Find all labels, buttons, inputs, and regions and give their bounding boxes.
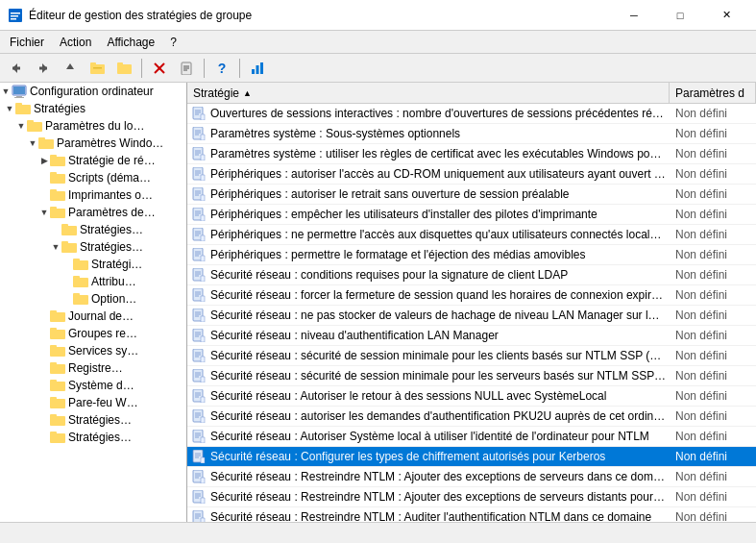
list-row[interactable]: Sécurité réseau : Restreindre NTLM : Ajo… bbox=[187, 467, 756, 487]
svg-rect-50 bbox=[73, 293, 80, 297]
list-row[interactable]: Périphériques : empêcher les utilisateur… bbox=[187, 205, 756, 225]
list-row[interactable]: Périphériques : permettre le formatage e… bbox=[187, 245, 756, 265]
policy-label: Sécurité réseau : sécurité de session mi… bbox=[210, 369, 666, 383]
menu-fichier[interactable]: Fichier bbox=[4, 34, 50, 51]
tree-item-journal[interactable]: ▶ Journal de… bbox=[0, 308, 186, 325]
cell-strategy: Paramètres système : Sous-systèmes optio… bbox=[187, 124, 670, 143]
list-row[interactable]: Périphériques : ne permettre l'accès aux… bbox=[187, 225, 756, 245]
list-row[interactable]: Périphériques : autoriser l'accès au CD-… bbox=[187, 164, 756, 185]
col-header-params[interactable]: Paramètres d bbox=[670, 83, 756, 103]
list-row[interactable]: Sécurité réseau : sécurité de session mi… bbox=[187, 366, 756, 386]
policy-icon bbox=[191, 328, 207, 343]
list-row[interactable]: Paramètres système : utiliser les règles… bbox=[187, 144, 756, 164]
tree-item-imprimantes[interactable]: ▶ Imprimantes o… bbox=[0, 186, 186, 204]
folder-button-1[interactable] bbox=[85, 57, 110, 80]
col-header-strategy[interactable]: Stratégie ▲ bbox=[187, 83, 670, 103]
list-row[interactable]: Sécurité réseau : autoriser les demandes… bbox=[187, 407, 756, 427]
list-row[interactable]: Ouvertures de sessions interactives : no… bbox=[187, 104, 756, 124]
menu-help[interactable]: ? bbox=[164, 34, 183, 51]
tree-item-groupes[interactable]: ▶ Groupes re… bbox=[0, 325, 186, 342]
policy-label: Périphériques : empêcher les utilisateur… bbox=[210, 208, 597, 221]
tree-item-systeme[interactable]: ▶ Système d… bbox=[0, 377, 186, 394]
list-row[interactable]: Paramètres système : Sous-systèmes optio… bbox=[187, 124, 756, 144]
cell-strategy: Périphériques : permettre le formatage e… bbox=[187, 245, 670, 264]
list-row[interactable]: Sécurité réseau : niveau d'authentificat… bbox=[187, 326, 756, 346]
maximize-button[interactable]: □ bbox=[658, 2, 702, 29]
list-row[interactable]: Sécurité réseau : conditions requises po… bbox=[187, 265, 756, 285]
tree-toggle-8[interactable]: ▼ bbox=[38, 208, 50, 217]
tree-toggle-5[interactable]: ▶ bbox=[38, 156, 50, 165]
tree-toggle-10[interactable]: ▼ bbox=[50, 242, 61, 252]
policy-label: Sécurité réseau : Configurer les types d… bbox=[210, 450, 605, 463]
tree-item-strat-res[interactable]: ▶ Stratégie de ré… bbox=[0, 152, 186, 169]
tree-item-params-log[interactable]: ▼ Paramètres du lo… bbox=[0, 117, 186, 135]
list-row[interactable]: Sécurité réseau : Configurer les types d… bbox=[187, 447, 756, 467]
back-button[interactable] bbox=[4, 57, 29, 80]
svg-rect-32 bbox=[38, 137, 45, 141]
help-button[interactable]: ? bbox=[209, 57, 234, 80]
tree-item-params-windows[interactable]: ▼ Paramètres Windo… bbox=[0, 135, 186, 152]
list-row[interactable]: Sécurité réseau : forcer la fermeture de… bbox=[187, 285, 756, 306]
cell-strategy: Périphériques : ne permettre l'accès aux… bbox=[187, 225, 670, 244]
cell-strategy: Sécurité réseau : Restreindre NTLM : Ajo… bbox=[187, 487, 670, 506]
tree-label-3: Paramètres du lo… bbox=[45, 119, 144, 133]
left-pane[interactable]: ▼ Configuration ordinateur ▼ Stratégies bbox=[0, 83, 187, 522]
folder-button-2[interactable] bbox=[111, 57, 136, 80]
tree-toggle-3[interactable]: ▼ bbox=[15, 121, 27, 131]
tree-item-strat-10[interactable]: ▼ Stratégies… bbox=[0, 238, 186, 256]
tree-item-strat-9[interactable]: ▶ Stratégies… bbox=[0, 221, 186, 238]
policy-label: Périphériques : autoriser le retrait san… bbox=[210, 187, 570, 201]
tree-item-services[interactable]: ▶ Services sy… bbox=[0, 342, 186, 359]
tree-item-strat-13[interactable]: ▶ Option… bbox=[0, 290, 186, 308]
tree-item-scripts[interactable]: ▶ Scripts (déma… bbox=[0, 169, 186, 186]
list-row[interactable]: Sécurité réseau : Autoriser Système loca… bbox=[187, 427, 756, 447]
custom-icon bbox=[251, 62, 264, 75]
tree-label-12: Attribu… bbox=[91, 275, 136, 288]
tree-label-19: Pare-feu W… bbox=[68, 396, 138, 409]
tree-item-pare-feu[interactable]: ▶ Pare-feu W… bbox=[0, 394, 186, 411]
cell-param: Non défini bbox=[670, 407, 756, 425]
window-controls: ─ □ ✕ bbox=[612, 2, 748, 29]
list-row[interactable]: Périphériques : autoriser le retrait san… bbox=[187, 185, 756, 205]
cell-strategy: Sécurité réseau : forcer la fermeture de… bbox=[187, 285, 670, 305]
tree-item-strat-11[interactable]: ▶ Stratégi… bbox=[0, 256, 186, 273]
folder-icon-tree-9 bbox=[61, 222, 77, 237]
forward-button[interactable] bbox=[31, 57, 56, 80]
cell-param: Non défini bbox=[670, 165, 756, 183]
tree-item-strategies[interactable]: ▼ Stratégies bbox=[0, 100, 186, 117]
menu-affichage[interactable]: Affichage bbox=[101, 34, 160, 51]
svg-rect-7 bbox=[39, 66, 47, 69]
list-row[interactable]: Sécurité réseau : Autoriser le retour à … bbox=[187, 386, 756, 407]
tree-toggle-2[interactable]: ▼ bbox=[4, 104, 15, 113]
tree-label-11: Stratégi… bbox=[91, 258, 142, 271]
tree-toggle-4[interactable]: ▼ bbox=[27, 138, 38, 148]
tree-item-registre[interactable]: ▶ Registre… bbox=[0, 359, 186, 377]
svg-marker-171 bbox=[201, 518, 205, 522]
up-button[interactable] bbox=[58, 57, 83, 80]
close-button[interactable]: ✕ bbox=[704, 2, 748, 29]
list-row[interactable]: Sécurité réseau : Restreindre NTLM : Aud… bbox=[187, 507, 756, 522]
list-body[interactable]: Ouvertures de sessions interactives : no… bbox=[187, 104, 756, 522]
custom-button[interactable] bbox=[245, 57, 270, 80]
policy-icon bbox=[191, 247, 207, 262]
svg-marker-131 bbox=[201, 357, 205, 362]
tree-item-strat-21[interactable]: ▶ Stratégies… bbox=[0, 429, 186, 446]
svg-rect-1 bbox=[11, 12, 20, 14]
list-row[interactable]: Sécurité réseau : Restreindre NTLM : Ajo… bbox=[187, 487, 756, 507]
tree-item-strat-12[interactable]: ▶ Attribu… bbox=[0, 273, 186, 290]
svg-rect-40 bbox=[50, 207, 57, 210]
policy-label: Sécurité réseau : forcer la fermeture de… bbox=[210, 288, 666, 302]
svg-rect-26 bbox=[13, 86, 25, 94]
tree-item-config-ordinateur[interactable]: ▼ Configuration ordinateur bbox=[0, 83, 186, 100]
tree-item-params-de[interactable]: ▼ Paramètres de… bbox=[0, 204, 186, 221]
cell-strategy: Paramètres système : utiliser les règles… bbox=[187, 144, 670, 163]
menu-action[interactable]: Action bbox=[54, 34, 97, 51]
tree-label-14: Journal de… bbox=[68, 309, 134, 323]
properties-button[interactable] bbox=[174, 57, 199, 80]
list-row[interactable]: Sécurité réseau : sécurité de session mi… bbox=[187, 346, 756, 366]
delete-button[interactable] bbox=[147, 57, 172, 80]
list-row[interactable]: Sécurité réseau : ne pas stocker de vale… bbox=[187, 306, 756, 326]
tree-toggle-1[interactable]: ▼ bbox=[0, 86, 12, 96]
minimize-button[interactable]: ─ bbox=[612, 2, 656, 29]
tree-item-strat-20[interactable]: ▶ Stratégies… bbox=[0, 411, 186, 429]
